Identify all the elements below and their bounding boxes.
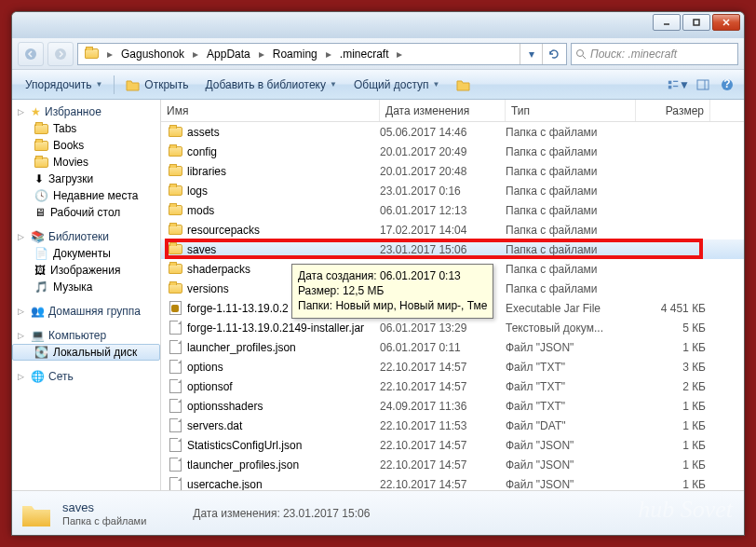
file-row[interactable]: tlauncher_profiles.json22.10.2017 14:57Ф… bbox=[161, 455, 744, 474]
desktop-icon: 🖥 bbox=[34, 206, 46, 219]
chevron-down-icon: ▼ bbox=[95, 80, 102, 89]
add-library-button[interactable]: Добавить в библиотеку▼ bbox=[197, 75, 344, 94]
sidebar-item-local-disk[interactable]: 💽Локальный диск bbox=[12, 344, 160, 361]
toolbar: Упорядочить▼ Открыть Добавить в библиоте… bbox=[12, 70, 744, 100]
file-row[interactable]: logs23.01.2017 0:16Папка с файлами bbox=[161, 181, 744, 200]
arrow-right-icon bbox=[54, 48, 67, 61]
address-bar[interactable]: ▸ Gagushonok ▸ AppData ▸ Roaming ▸ .mine… bbox=[77, 43, 567, 65]
libraries-header[interactable]: ▷📚Библиотеки bbox=[12, 228, 160, 245]
new-folder-button[interactable] bbox=[449, 75, 479, 94]
explorer-window: ▸ Gagushonok ▸ AppData ▸ Roaming ▸ .mine… bbox=[11, 11, 745, 536]
file-row[interactable]: usercache.json22.10.2017 14:57Файл "JSON… bbox=[161, 474, 744, 490]
file-row[interactable]: StatisticsConfigUrl.json22.10.2017 14:57… bbox=[161, 435, 744, 455]
file-row[interactable]: optionsshaders24.09.2017 11:36Файл "TXT"… bbox=[161, 396, 744, 416]
breadcrumb-seg[interactable]: .minecraft bbox=[335, 44, 394, 64]
close-button[interactable] bbox=[712, 14, 740, 31]
file-icon bbox=[167, 379, 183, 394]
sidebar-item[interactable]: 🖼Изображения bbox=[12, 262, 160, 279]
file-icon bbox=[167, 340, 183, 355]
search-icon bbox=[575, 48, 587, 60]
file-row[interactable]: saves23.01.2017 15:06Папка с файлами bbox=[161, 239, 744, 259]
network-header[interactable]: ▷🌐Сеть bbox=[12, 368, 160, 385]
file-row[interactable]: forge-1.11-13.19.0.2149-installer.jar06.… bbox=[161, 318, 744, 337]
file-icon bbox=[167, 418, 183, 433]
folder-icon bbox=[20, 497, 53, 530]
homegroup-icon: 👥 bbox=[31, 305, 45, 318]
col-date[interactable]: Дата изменения bbox=[380, 100, 506, 121]
view-button[interactable]: ▼ bbox=[668, 75, 690, 95]
folder-icon bbox=[167, 262, 183, 277]
refresh-button[interactable] bbox=[542, 44, 564, 64]
details-type: Папка с файлами bbox=[62, 515, 146, 526]
chevron-down-icon: ▼ bbox=[330, 80, 337, 89]
file-row[interactable]: mods06.01.2017 12:13Папка с файлами bbox=[161, 200, 744, 220]
file-row[interactable]: config20.01.2017 20:49Папка с файлами bbox=[161, 142, 744, 161]
sidebar-item[interactable]: 📄Документы bbox=[12, 245, 160, 262]
file-row[interactable]: assets05.06.2017 14:46Папка с файлами bbox=[161, 122, 744, 142]
svg-line-7 bbox=[583, 56, 586, 59]
svg-rect-12 bbox=[697, 80, 709, 89]
sidebar-item[interactable]: Books bbox=[12, 137, 160, 154]
preview-pane-button[interactable] bbox=[692, 75, 714, 95]
file-row[interactable]: options22.10.2017 14:57Файл "TXT"3 КБ bbox=[161, 357, 744, 376]
open-button[interactable]: Открыть bbox=[118, 75, 196, 94]
file-icon bbox=[167, 438, 183, 453]
col-size[interactable]: Размер bbox=[636, 100, 710, 121]
col-name[interactable]: Имя bbox=[161, 100, 380, 121]
col-type[interactable]: Тип bbox=[506, 100, 636, 121]
sidebar-item[interactable]: Movies bbox=[12, 154, 160, 171]
breadcrumb-seg[interactable]: AppData bbox=[202, 44, 255, 64]
svg-point-5 bbox=[55, 48, 66, 60]
svg-text:?: ? bbox=[723, 78, 730, 90]
chevron-right-icon: ▸ bbox=[103, 48, 116, 61]
svg-rect-8 bbox=[668, 80, 671, 83]
help-button[interactable]: ? bbox=[716, 75, 738, 95]
open-folder-icon bbox=[126, 78, 141, 91]
search-placeholder: Поиск: .minecraft bbox=[590, 48, 677, 61]
panel-icon bbox=[696, 79, 709, 90]
file-row[interactable]: libraries20.01.2017 20:48Папка с файлами bbox=[161, 161, 744, 181]
folder-icon bbox=[34, 157, 48, 168]
svg-point-4 bbox=[25, 48, 36, 60]
breadcrumb-seg[interactable]: Roaming bbox=[268, 44, 322, 64]
sidebar-item[interactable]: Tabs bbox=[12, 120, 160, 137]
maximize-button[interactable] bbox=[682, 14, 710, 31]
search-input[interactable]: Поиск: .minecraft bbox=[571, 43, 738, 65]
folder-icon bbox=[167, 125, 183, 140]
titlebar bbox=[12, 12, 744, 38]
forward-button[interactable] bbox=[47, 42, 74, 66]
organize-button[interactable]: Упорядочить▼ bbox=[18, 75, 110, 94]
chevron-down-icon: ▼ bbox=[433, 80, 440, 89]
history-dropdown[interactable]: ▾ bbox=[520, 44, 542, 64]
star-icon: ★ bbox=[31, 105, 41, 118]
new-folder-icon bbox=[456, 78, 471, 91]
favorites-header[interactable]: ▷★Избранное bbox=[12, 103, 160, 120]
sidebar-item[interactable]: 🕓Недавние места bbox=[12, 187, 160, 204]
sidebar-item[interactable]: ⬇Загрузки bbox=[12, 171, 160, 187]
homegroup-header[interactable]: ▷👥Домашняя группа bbox=[12, 303, 160, 320]
svg-rect-11 bbox=[673, 85, 678, 86]
svg-point-6 bbox=[577, 49, 584, 56]
sidebar-item[interactable]: 🖥Рабочий стол bbox=[12, 204, 160, 221]
file-icon bbox=[167, 399, 183, 414]
file-row[interactable]: optionsof22.10.2017 14:57Файл "TXT"2 КБ bbox=[161, 376, 744, 396]
back-button[interactable] bbox=[18, 42, 44, 66]
breadcrumb-seg[interactable]: Gagushonok bbox=[116, 44, 189, 64]
folder-icon bbox=[80, 44, 103, 64]
file-row[interactable]: launcher_profiles.json06.01.2017 0:11Фай… bbox=[161, 337, 744, 357]
file-row[interactable]: resourcepacks17.02.2017 14:04Папка с фай… bbox=[161, 220, 744, 239]
minimize-button[interactable] bbox=[653, 14, 681, 31]
network-icon: 🌐 bbox=[31, 370, 45, 383]
computer-header[interactable]: ▷💻Компьютер bbox=[12, 327, 160, 344]
file-row[interactable]: servers.dat22.10.2017 11:53Файл "DAT"1 К… bbox=[161, 416, 744, 435]
file-list[interactable]: assets05.06.2017 14:46Папка с файламиcon… bbox=[161, 122, 744, 490]
folder-icon bbox=[167, 281, 183, 296]
folder-icon bbox=[167, 144, 183, 159]
sidebar-item[interactable]: 🎵Музыка bbox=[12, 279, 160, 295]
share-button[interactable]: Общий доступ▼ bbox=[346, 75, 448, 94]
svg-rect-9 bbox=[673, 80, 678, 81]
folder-icon bbox=[34, 124, 48, 134]
file-icon bbox=[167, 477, 183, 491]
computer-icon: 💻 bbox=[31, 329, 45, 342]
nav-sidebar: ▷★Избранное Tabs Books Movies ⬇Загрузки … bbox=[12, 100, 161, 490]
